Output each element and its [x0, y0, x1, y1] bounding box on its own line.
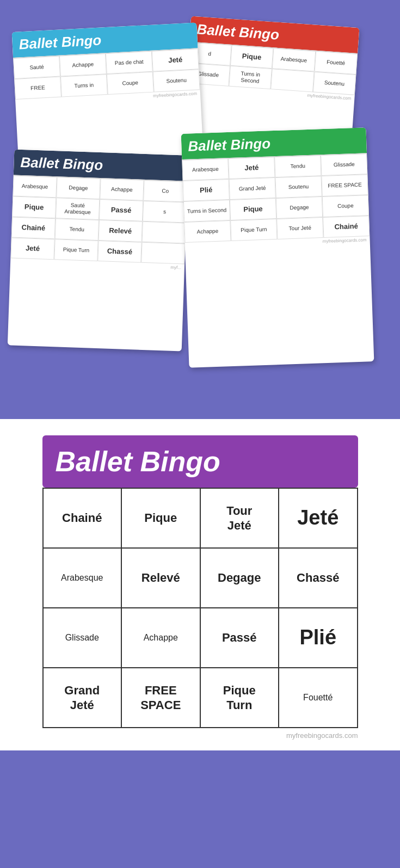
mini-cell: Jeté: [228, 157, 275, 179]
mini-cell: Arabesque: [272, 48, 316, 71]
large-card-footer: myfreebingocards.com: [42, 731, 358, 740]
mini-cell: Jeté: [152, 48, 199, 71]
large-cell-r4c1: GrandJeté: [44, 668, 122, 728]
mini-cell: Pique: [230, 198, 276, 220]
mini-cell: Plié: [183, 179, 230, 201]
mini-cell: Tendu: [55, 218, 99, 241]
mini-cell: Relevé: [99, 220, 143, 242]
mini-cell: Fouetté: [314, 51, 358, 75]
large-cell-r2c1: Arabesque: [44, 549, 122, 608]
large-cell-r3c3: Passé: [201, 608, 280, 668]
large-cell-r4c3: PiqueTurn: [201, 668, 280, 728]
mini-cell: Turns in Second: [229, 66, 272, 89]
mini-cell: [270, 69, 314, 92]
large-cell-r4c4: Fouetté: [279, 668, 358, 728]
mini-cell: FREE SPACE: [321, 174, 368, 196]
mini-cell: Pique: [12, 196, 56, 218]
mini-cell: Soutenu: [153, 69, 200, 92]
mini-title-blue: Ballet Bingo: [19, 32, 102, 53]
mini-cell: Turns in: [60, 74, 108, 97]
large-cell-r1c4: Jeté: [279, 489, 358, 549]
large-cell-r1c3: TourJeté: [201, 489, 280, 549]
mini-cell: Achappe: [184, 220, 231, 243]
mini-cell: Jeté: [10, 237, 54, 260]
mini-cell: Pas de chat: [106, 51, 153, 74]
mini-title-dark: Ballet Bingo: [20, 154, 103, 173]
mini-cell: Achappe: [100, 178, 144, 201]
large-cell-r1c2: Pique: [122, 489, 201, 549]
mini-cell: Grand Jeté: [229, 177, 276, 200]
large-cell-r3c1: Glissade: [44, 608, 122, 668]
large-cell-r3c4: Plié: [279, 608, 358, 668]
large-card-header: Ballet Bingo: [42, 435, 358, 488]
mini-cell: [142, 221, 186, 244]
mini-cell: Sauté: [13, 56, 60, 79]
mini-cards-area: Ballet Bingo Sauté Achappe Pas de chat J…: [0, 0, 400, 414]
mini-cell: Soutenu: [312, 72, 356, 95]
mini-cell: [141, 242, 185, 264]
mini-cell: Coupe: [322, 195, 369, 217]
mini-cell: Achappe: [59, 53, 107, 76]
large-cell-r2c2: Relevé: [122, 549, 201, 608]
mini-cell: Tendu: [274, 155, 321, 177]
mini-title-green: Ballet Bingo: [188, 135, 271, 154]
mini-cell: Soutenu: [275, 176, 322, 198]
mini-cell: Pique Turn: [230, 219, 277, 241]
large-cell-r4c2: FREESPACE: [122, 668, 201, 728]
mini-cell: Chainé: [11, 217, 56, 239]
mini-cell: Glissade: [321, 153, 367, 176]
mini-grid-dark: Arabesque Degage Achappe Co Pique Sauté …: [10, 175, 187, 264]
mini-cell: s: [143, 201, 187, 223]
mini-cell: Arabesque: [182, 158, 229, 181]
mini-cell: Degage: [56, 177, 100, 199]
mini-cell: Chainé: [323, 216, 370, 238]
mini-cell: Passé: [99, 199, 143, 221]
mini-cell: Pique: [230, 45, 274, 69]
mini-cell: Pique Turn: [54, 239, 98, 261]
large-card-title: Ballet Bingo: [56, 446, 220, 477]
mini-cell: Arabesque: [13, 175, 57, 198]
large-cell-r3c2: Achappe: [122, 608, 201, 668]
mini-card-green: Ballet Bingo Arabesque Jeté Tendu Glissa…: [181, 127, 374, 368]
large-cell-r1c1: Chainé: [44, 489, 122, 549]
mini-cell: Chassé: [97, 241, 141, 263]
large-cell-r2c3: Degage: [201, 549, 280, 608]
mini-cell: Coupe: [107, 72, 154, 95]
mini-cell: FREE: [14, 77, 61, 100]
mini-cell: Co: [143, 180, 187, 202]
mini-cell: Turns in Second: [183, 200, 230, 222]
mini-title-red: Ballet Bingo: [196, 21, 280, 43]
large-cell-r2c4: Chassé: [279, 549, 358, 608]
mini-cell: Tour Jeté: [276, 217, 323, 239]
mini-cell: Sauté Arabesque: [56, 198, 100, 220]
mini-grid-green: Arabesque Jeté Tendu Glissade Plié Grand…: [182, 153, 370, 243]
large-card-grid: Chainé Pique TourJeté Jeté Arabesque Rel…: [42, 488, 358, 728]
mini-cell: Degage: [276, 196, 323, 219]
large-card-area: Ballet Bingo Chainé Pique TourJeté Jeté …: [0, 419, 400, 750]
mini-card-dark: Ballet Bingo Arabesque Degage Achappe Co…: [8, 150, 188, 352]
